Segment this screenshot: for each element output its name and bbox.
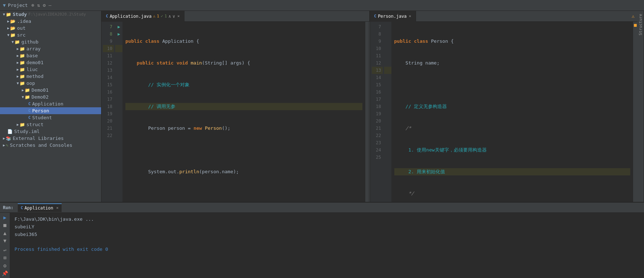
ln-13: 13: [103, 67, 114, 74]
folder-icon-base: 📁: [20, 53, 25, 58]
ln-17: 17: [103, 96, 114, 103]
tab-close-right[interactable]: ×: [409, 14, 411, 18]
ln-18: 18: [103, 103, 114, 110]
expand-icon-idea: ▶: [7, 19, 9, 23]
rln-17: 17: [372, 96, 383, 103]
folder-icon-out: 📂: [10, 26, 16, 31]
run-arrow-7[interactable]: ▶: [115, 23, 122, 30]
folder-icon-struct: 📁: [20, 122, 25, 127]
run-arrow-8[interactable]: ▶: [115, 30, 122, 38]
bottom-tab-close[interactable]: ×: [56, 206, 59, 210]
pin-button[interactable]: 📌: [1, 270, 9, 277]
scroll-down-button[interactable]: ▼: [1, 238, 9, 244]
collapse-icon[interactable]: —: [49, 3, 51, 8]
sidebar-item-demo01oop[interactable]: ▶ 📁 Demo01: [0, 87, 101, 94]
rln-23: 23: [372, 139, 383, 146]
ext-libs-label: External Libraries: [13, 136, 64, 141]
rcl-12: 1. 使用new关键字，必须要用构造器: [394, 146, 631, 154]
sidebar-scroll[interactable]: ▼ 📁 Study F:\java\IDEA2020.2\Study ▶ 📂 .…: [0, 11, 101, 202]
sidebar-item-out[interactable]: ▶ 📂 out: [0, 25, 101, 32]
sidebar-item-study-iml[interactable]: 📄 Study.iml: [0, 128, 101, 135]
sidebar-item-demo02oop[interactable]: ▼ 📁 Demo02: [0, 94, 101, 100]
main-area: ▼ 📁 Study F:\java\IDEA2020.2\Study ▶ 📂 .…: [0, 11, 644, 202]
console-output-2: subei365: [14, 232, 37, 237]
sidebar-item-array[interactable]: ▶ 📁 array: [0, 45, 101, 52]
sidebar-item-struct[interactable]: ▶ 📁 struct: [0, 121, 101, 128]
sidebar-item-ext-libs[interactable]: ▶ 📚 External Libraries: [0, 135, 101, 142]
project-label[interactable]: Project: [8, 3, 28, 8]
ln-11: 11: [103, 52, 114, 59]
sidebar-item-src[interactable]: ▼ 📁 src: [0, 32, 101, 38]
scroll-up-button[interactable]: ▲: [1, 230, 9, 236]
ln-7: 7: [103, 23, 114, 30]
settings-bottom-button[interactable]: ⚙: [1, 262, 9, 269]
sidebar-item-oop[interactable]: ▼ 📁 oop: [0, 80, 101, 87]
left-code-area[interactable]: 7 8 9 10 11 12 13 14 15 16 17 18 19 20: [101, 22, 369, 202]
sidebar-item-scratches[interactable]: ▶ ✎ Scratches and Consoles: [0, 142, 101, 149]
filter-button[interactable]: ⊞: [1, 255, 9, 261]
right-editor-panel: 7 8 9 10 11 12 13 14 15 16 17 18 19 20: [370, 22, 638, 202]
study-path: F:\java\IDEA2020.2\Study: [28, 12, 86, 17]
sidebar-item-application[interactable]: C Application: [0, 100, 101, 107]
project-icon: ▼: [3, 3, 6, 8]
sidebar-item-base[interactable]: ▶ 📁 base: [0, 52, 101, 59]
right-code-area[interactable]: 7 8 9 10 11 12 13 14 15 16 17 18 19 20: [370, 22, 638, 202]
rln-16: 16: [372, 88, 383, 96]
rcl-9: [394, 81, 631, 88]
cl-13: System.out.println(person.name);: [125, 168, 362, 175]
rln-11: 11: [372, 52, 383, 59]
rln-18: 18: [372, 103, 383, 110]
left-editor-panel: 7 8 9 10 11 12 13 14 15 16 17 18 19 20: [101, 22, 369, 202]
console-path-text: F:\Java\JDK\bin\java.exe ...: [14, 216, 94, 222]
structure-label[interactable]: Structure: [637, 12, 644, 37]
tab-close-left[interactable]: ×: [177, 14, 180, 18]
sidebar-item-person[interactable]: C Person: [0, 107, 101, 114]
sidebar-item-study[interactable]: ▼ 📁 Study F:\java\IDEA2020.2\Study: [0, 11, 101, 18]
console-output-1: subeiLY: [14, 224, 34, 229]
left-code-content[interactable]: public class Application { public static…: [122, 22, 365, 202]
expand-icon-base: ▶: [17, 54, 19, 58]
rln-13: 13: [372, 67, 383, 74]
stop-button[interactable]: ■: [1, 222, 9, 229]
right-tab-warning: ⚠: [632, 13, 637, 19]
run-button[interactable]: ▶: [1, 214, 9, 221]
console-output[interactable]: F:\Java\JDK\bin\java.exe ... subeiLY sub…: [10, 213, 644, 278]
top-bar-left: ▼ Project ⊕ ⇅ ⚙ —: [3, 3, 51, 8]
sidebar-item-demo01[interactable]: ▶ 📁 demo01: [0, 59, 101, 66]
bottom-tab-application[interactable]: C Application ×: [18, 203, 62, 212]
folder-icon-demo01: 📁: [20, 60, 25, 65]
editor-area: C Application.java ⚠ 1 ✓ 1 ∧ ∨ × C Perso…: [101, 11, 637, 202]
person-label: Person: [32, 108, 49, 113]
top-icons: ⊕ ⇅ ⚙ —: [32, 3, 51, 8]
java-icon-person: C: [28, 108, 31, 113]
expand-icon-demo01oop: ▶: [22, 88, 24, 92]
tab-application-java[interactable]: C Application.java ⚠ 1 ✓ 1 ∧ ∨ ×: [101, 11, 184, 22]
sync-icon[interactable]: ⇅: [37, 3, 40, 8]
tab-person-java[interactable]: C Person.java ×: [370, 11, 416, 22]
scratches-icon: ✎: [6, 143, 8, 148]
left-scrollbar[interactable]: [365, 22, 369, 202]
tab-nav-up[interactable]: ∧: [169, 14, 171, 19]
expand-icon-struct: ▶: [17, 123, 19, 126]
expand-icon-liuc: ▶: [17, 67, 19, 71]
folder-icon-array: 📁: [20, 46, 25, 51]
sidebar-item-liuc[interactable]: ▶ 📁 liuc: [0, 66, 101, 73]
folder-icon-liuc: 📁: [20, 67, 25, 72]
warning-stripe-top: [634, 24, 637, 27]
sidebar-item-student[interactable]: C Student: [0, 114, 101, 121]
sidebar-item-github[interactable]: ▼ 📁 github: [0, 38, 101, 45]
top-bar: ▼ Project ⊕ ⇅ ⚙ —: [0, 0, 644, 11]
expand-icon-demo01: ▶: [17, 61, 19, 65]
tab-nav-down[interactable]: ∨: [173, 14, 175, 19]
sidebar-item-idea[interactable]: ▶ 📂 .idea: [0, 18, 101, 25]
right-code-content[interactable]: public class Person { String name; // 定义…: [391, 22, 633, 202]
rcl-7: public class Person {: [394, 38, 631, 45]
rln-7: 7: [372, 23, 383, 30]
array-label: array: [26, 46, 41, 51]
locate-icon[interactable]: ⊕: [32, 3, 34, 8]
settings-icon[interactable]: ⚙: [43, 3, 46, 8]
wrap-button[interactable]: ↩: [1, 247, 9, 253]
rcl-10: // 定义无参构造器: [394, 103, 631, 110]
editor-panels: 7 8 9 10 11 12 13 14 15 16 17 18 19 20: [101, 22, 637, 202]
sidebar-item-method[interactable]: ▶ 📁 method: [0, 73, 101, 80]
